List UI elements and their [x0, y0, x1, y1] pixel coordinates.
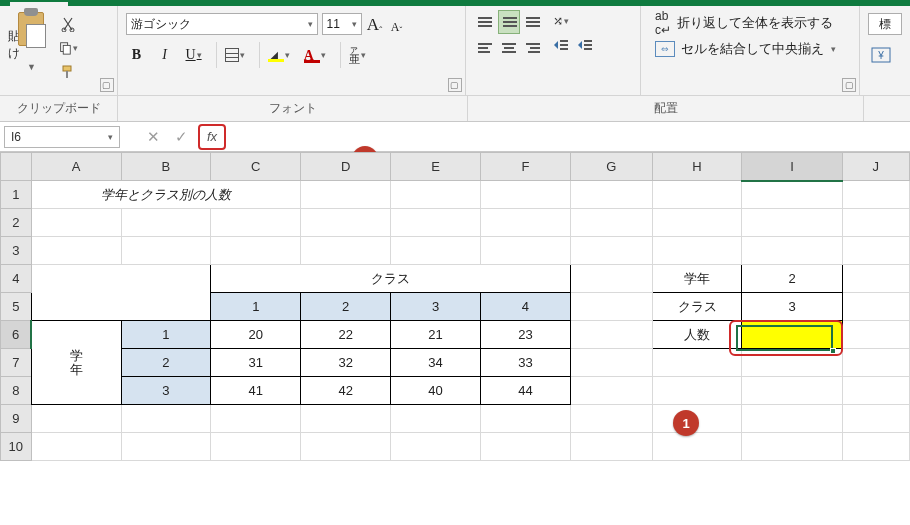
cell[interactable] [301, 181, 391, 209]
phonetic-guide-button[interactable]: ア亜▾ [340, 42, 370, 68]
cell[interactable] [31, 405, 121, 433]
cell[interactable] [842, 321, 909, 349]
cell[interactable]: 3 [742, 293, 842, 321]
cell[interactable] [211, 433, 301, 461]
align-left-button[interactable] [474, 36, 496, 60]
row-header[interactable]: 2 [1, 209, 32, 237]
col-header[interactable]: F [481, 153, 571, 181]
cell[interactable]: 21 [391, 321, 481, 349]
cell[interactable] [570, 293, 652, 321]
cell[interactable] [301, 433, 391, 461]
cell[interactable]: 2 [301, 293, 391, 321]
row-header[interactable]: 7 [1, 349, 32, 377]
col-header[interactable]: G [570, 153, 652, 181]
cell[interactable] [842, 405, 909, 433]
align-right-button[interactable] [522, 36, 544, 60]
col-header[interactable]: I [742, 153, 842, 181]
cell[interactable] [742, 405, 842, 433]
cell[interactable]: 学年 [652, 265, 742, 293]
cell[interactable]: 4 [481, 293, 571, 321]
cell[interactable] [481, 405, 571, 433]
formula-input[interactable] [230, 126, 906, 148]
col-header[interactable]: H [652, 153, 742, 181]
font-dialog-launcher[interactable]: ▢ [448, 78, 462, 92]
insert-function-button[interactable]: fx [198, 124, 226, 150]
cell[interactable]: 1 [121, 321, 211, 349]
italic-button[interactable]: I [154, 42, 176, 68]
col-header[interactable]: A [31, 153, 121, 181]
cell[interactable]: 32 [301, 349, 391, 377]
cell[interactable] [121, 405, 211, 433]
align-bottom-button[interactable] [522, 10, 544, 34]
cell[interactable] [211, 209, 301, 237]
cell[interactable]: 3 [391, 293, 481, 321]
col-header[interactable]: B [121, 153, 211, 181]
cell[interactable] [301, 237, 391, 265]
decrease-font-size-button[interactable]: Aˇ [388, 13, 406, 35]
cell[interactable] [121, 209, 211, 237]
column-header-row[interactable]: A B C D E F G H I J [1, 153, 910, 181]
cell[interactable] [481, 181, 571, 209]
cell[interactable] [570, 181, 652, 209]
cell[interactable] [570, 265, 652, 293]
cell[interactable] [301, 209, 391, 237]
cell[interactable]: 22 [301, 321, 391, 349]
worksheet[interactable]: A B C D E F G H I J 1 学年とクラス別の人数 2 [0, 152, 910, 461]
cell[interactable]: クラス [652, 293, 742, 321]
alignment-dialog-launcher[interactable]: ▢ [842, 78, 856, 92]
cell[interactable] [742, 349, 842, 377]
cut-button[interactable] [58, 14, 78, 34]
cell[interactable]: 33 [481, 349, 571, 377]
cell[interactable]: 23 [481, 321, 571, 349]
align-top-button[interactable] [474, 10, 496, 34]
cell[interactable]: 20 [211, 321, 301, 349]
row-header[interactable]: 4 [1, 265, 32, 293]
selection-handle[interactable] [830, 348, 836, 354]
cell[interactable] [842, 377, 909, 405]
cell[interactable] [570, 209, 652, 237]
decrease-indent-button[interactable] [550, 34, 572, 56]
row-header[interactable]: 8 [1, 377, 32, 405]
cell[interactable] [742, 433, 842, 461]
cell-diagonal[interactable] [31, 265, 211, 321]
grid[interactable]: A B C D E F G H I J 1 学年とクラス別の人数 2 [0, 152, 910, 461]
cell[interactable] [570, 377, 652, 405]
cell[interactable] [842, 265, 909, 293]
copy-button[interactable]: ▾ [58, 38, 78, 58]
cell[interactable] [742, 377, 842, 405]
cell[interactable] [652, 209, 742, 237]
row-header[interactable]: 5 [1, 293, 32, 321]
row-header[interactable]: 9 [1, 405, 32, 433]
select-all-button[interactable] [1, 153, 32, 181]
increase-indent-button[interactable] [574, 34, 596, 56]
col-header[interactable]: J [842, 153, 909, 181]
cell[interactable] [570, 405, 652, 433]
cell[interactable]: 3 [121, 377, 211, 405]
cell[interactable] [652, 181, 742, 209]
cell[interactable] [481, 237, 571, 265]
orientation-button[interactable]: ⤮▾ [550, 10, 572, 32]
cell[interactable] [481, 433, 571, 461]
cell[interactable] [391, 181, 481, 209]
cell[interactable]: 44 [481, 377, 571, 405]
cell[interactable] [652, 349, 742, 377]
cell[interactable] [842, 293, 909, 321]
row-header[interactable]: 6 [1, 321, 32, 349]
align-middle-button[interactable] [498, 10, 520, 34]
cell[interactable] [31, 209, 121, 237]
cell[interactable]: クラス [211, 265, 571, 293]
cell[interactable] [742, 209, 842, 237]
cell[interactable] [842, 181, 909, 209]
font-size-combo[interactable]: 11 ▾ [322, 13, 362, 35]
cell[interactable] [481, 209, 571, 237]
formula-enter-button[interactable]: ✓ [168, 126, 194, 148]
cell[interactable]: 学年とクラス別の人数 [31, 181, 301, 209]
row-header[interactable]: 3 [1, 237, 32, 265]
cell[interactable] [391, 209, 481, 237]
col-header[interactable]: E [391, 153, 481, 181]
bold-button[interactable]: B [126, 42, 148, 68]
accounting-format-button[interactable]: ¥ [868, 45, 894, 65]
cell[interactable] [570, 349, 652, 377]
cell[interactable]: 31 [211, 349, 301, 377]
cell[interactable]: 1 [211, 293, 301, 321]
